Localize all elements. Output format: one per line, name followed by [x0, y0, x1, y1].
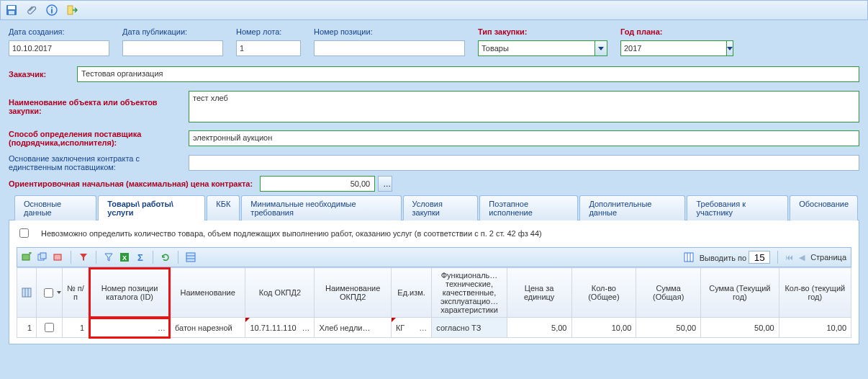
tab-body: Невозможно определить количество товара,…	[9, 220, 859, 344]
delete-row-icon[interactable]	[53, 252, 63, 262]
supplier-method-input[interactable]: электронный аукцион	[189, 130, 859, 146]
attach-icon[interactable]	[25, 4, 38, 17]
svg-text:X: X	[122, 254, 127, 262]
cell-select[interactable]	[37, 318, 63, 338]
page-size-label: Выводить по	[700, 254, 746, 262]
tab-main-data[interactable]: Основные данные	[14, 195, 96, 220]
cell-qty-total[interactable]: 10,00	[571, 318, 636, 338]
funnel-icon[interactable]	[104, 252, 114, 262]
purchase-type-label: Тип закупки:	[478, 27, 607, 36]
price-label: Ориентировочная начальная (максимальная)…	[9, 179, 253, 188]
prev-page-button[interactable]: ◀	[799, 253, 805, 262]
col-select-all[interactable]	[37, 268, 63, 318]
col-okpd2-name[interactable]: Наименование ОКПД2	[315, 268, 392, 318]
save-icon[interactable]	[5, 4, 18, 17]
svg-rect-9	[40, 253, 46, 259]
cell-unit[interactable]: КГ…	[391, 318, 431, 338]
col-row-no[interactable]: № п/п	[62, 268, 89, 318]
purchase-type-dropdown-button[interactable]	[595, 40, 607, 56]
price-lookup-button[interactable]: …	[378, 176, 392, 192]
col-price-per-unit[interactable]: Цена за единицу	[507, 268, 571, 318]
okpd2-lookup-icon[interactable]: …	[302, 324, 309, 332]
separator	[178, 251, 178, 264]
col-okpd2-code[interactable]: Код ОКПД2	[245, 268, 315, 318]
cell-catalog-pos[interactable]: …	[89, 318, 171, 338]
lot-no-label: Номер лота:	[236, 27, 301, 36]
lot-no-input[interactable]	[236, 40, 301, 56]
col-characteristics[interactable]: Функциональ… технические, качественные, …	[432, 268, 507, 318]
grid-toolbar: X Σ Выводить по ⏮ ◀ Страница	[17, 247, 851, 267]
svg-rect-20	[22, 288, 31, 297]
svg-rect-6	[68, 6, 73, 14]
data-grid: № п/п Номер позиции каталога (ID) Наимен…	[17, 267, 851, 338]
obj-name-label: Наименование объекта или объектов закупк…	[9, 98, 189, 115]
single-supplier-basis-label: Основание заключения контракта с единств…	[9, 154, 189, 171]
cell-sum-cur-year: 50,00	[701, 318, 779, 338]
plan-year-select[interactable]	[620, 40, 727, 56]
separator	[153, 251, 153, 264]
tab-conditions[interactable]: Условия закупки	[403, 195, 479, 220]
tab-min-req[interactable]: Минимальные необходимые требования	[241, 195, 401, 220]
cell-qty-cur-year[interactable]: 10,00	[779, 318, 851, 338]
pos-no-label: Номер позиции:	[314, 27, 465, 36]
purchase-type-select[interactable]	[478, 40, 595, 56]
tab-justification[interactable]: Обоснование	[790, 195, 858, 220]
svg-rect-14	[186, 253, 195, 262]
svg-point-4	[51, 7, 53, 9]
page-label: Страница	[810, 253, 846, 262]
col-sum-total[interactable]: Сумма (Общая)	[636, 268, 701, 318]
cell-okpd2-name: Хлеб недли…	[315, 318, 392, 338]
separator	[71, 251, 71, 264]
pos-no-input[interactable]	[314, 40, 465, 56]
tab-goods[interactable]: Товары\ работы\ услуги	[98, 195, 205, 220]
creation-date-label: Дата создания:	[9, 27, 109, 36]
cell-price-per-unit[interactable]: 5,00	[507, 318, 571, 338]
svg-rect-10	[54, 254, 61, 260]
add-row-icon[interactable]	[22, 252, 32, 262]
plan-year-dropdown-button[interactable]	[727, 40, 733, 56]
pub-date-input[interactable]	[122, 40, 223, 56]
unit-lookup-icon[interactable]: …	[419, 324, 427, 332]
grid-settings-icon[interactable]	[186, 252, 196, 262]
col-catalog-pos[interactable]: Номер позиции каталога (ID)	[89, 268, 171, 318]
qty-unknown-checkbox[interactable]	[19, 228, 29, 238]
tab-staged[interactable]: Поэтапное исполнение	[479, 195, 578, 220]
filter-icon[interactable]	[78, 252, 89, 262]
svg-rect-2	[9, 11, 14, 14]
svg-rect-7	[22, 254, 30, 260]
columns-icon[interactable]	[684, 252, 694, 262]
svg-rect-1	[8, 6, 15, 9]
tab-additional[interactable]: Дополнительные данные	[579, 195, 685, 220]
info-icon[interactable]	[45, 4, 58, 17]
excel-icon[interactable]: X	[119, 252, 130, 262]
svg-text:Σ: Σ	[137, 252, 143, 262]
col-sum-cur-year[interactable]: Сумма (Текущий год)	[701, 268, 779, 318]
page-size-input[interactable]	[749, 251, 770, 264]
catalog-pos-lookup-icon[interactable]: …	[158, 324, 166, 332]
exit-icon[interactable]	[65, 4, 78, 17]
refresh-icon[interactable]	[161, 252, 171, 262]
col-config[interactable]	[17, 268, 37, 318]
table-row[interactable]: 1 1 … батон нарезной 10.71.11.110… Хлеб …	[17, 318, 851, 338]
col-unit[interactable]: Ед.изм.	[391, 268, 431, 318]
cell-characteristics[interactable]: согласно ТЗ	[432, 318, 507, 338]
col-qty-cur-year[interactable]: Кол-во (текущий год)	[779, 268, 851, 318]
customer-input[interactable]: Тестовая организация	[77, 66, 859, 82]
creation-date-input[interactable]	[9, 40, 109, 56]
price-input[interactable]	[260, 176, 375, 192]
col-qty-total[interactable]: Кол-во (Общее)	[571, 268, 636, 318]
cell-name[interactable]: батон нарезной	[170, 318, 245, 338]
tab-participant-req[interactable]: Требования к участнику	[687, 195, 788, 220]
col-name[interactable]: Наименование	[170, 268, 245, 318]
obj-name-input[interactable]: тест хлеб	[189, 91, 859, 122]
cell-row-no: 1	[62, 318, 89, 338]
separator	[96, 251, 96, 264]
first-page-button[interactable]: ⏮	[785, 253, 793, 262]
svg-rect-17	[684, 253, 693, 262]
pub-date-label: Дата публикации:	[122, 27, 223, 36]
cell-okpd2-code[interactable]: 10.71.11.110…	[245, 318, 315, 338]
sigma-icon[interactable]: Σ	[135, 252, 145, 262]
tab-kbk[interactable]: КБК	[207, 195, 240, 220]
single-supplier-basis-input[interactable]	[189, 155, 859, 171]
copy-row-icon[interactable]	[37, 252, 48, 262]
